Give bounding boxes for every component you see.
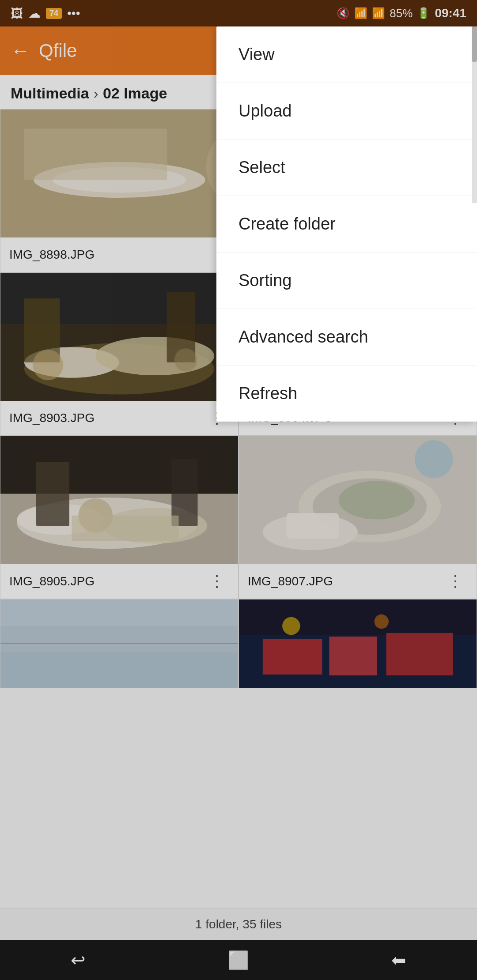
dropdown-menu: View Upload Select Create folder Sorting… bbox=[216, 26, 477, 422]
menu-item-sorting[interactable]: Sorting bbox=[216, 253, 477, 309]
menu-item-advanced-search[interactable]: Advanced search bbox=[216, 309, 477, 366]
menu-item-view[interactable]: View bbox=[216, 26, 477, 83]
menu-item-select[interactable]: Select bbox=[216, 139, 477, 196]
scroll-thumb bbox=[472, 26, 477, 62]
menu-overlay[interactable]: View Upload Select Create folder Sorting… bbox=[0, 0, 477, 980]
menu-item-upload[interactable]: Upload bbox=[216, 83, 477, 139]
menu-item-create-folder[interactable]: Create folder bbox=[216, 196, 477, 253]
scroll-indicator bbox=[472, 26, 477, 203]
menu-item-refresh[interactable]: Refresh bbox=[216, 366, 477, 422]
